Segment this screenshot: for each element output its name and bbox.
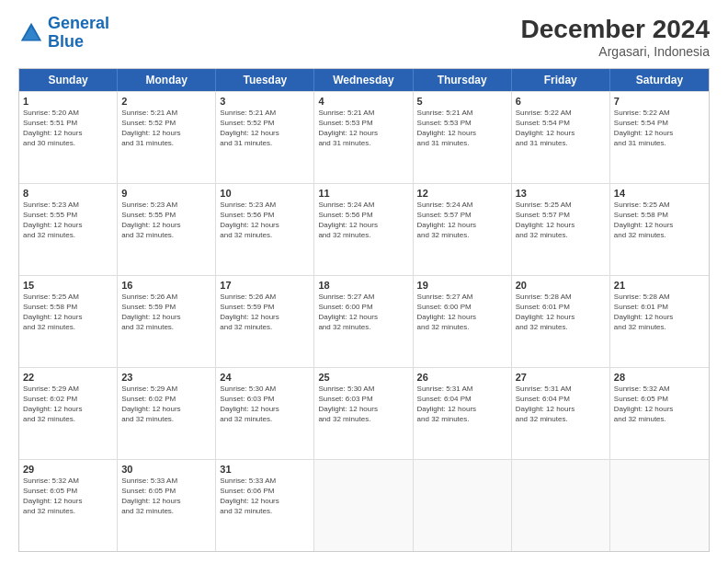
cell-info-19: Sunrise: 5:27 AMSunset: 6:00 PMDaylight:… xyxy=(417,293,507,332)
cell-info-22: Sunrise: 5:29 AMSunset: 6:02 PMDaylight:… xyxy=(23,385,113,424)
cell-info-15: Sunrise: 5:25 AMSunset: 5:58 PMDaylight:… xyxy=(23,293,113,332)
cell-info-20: Sunrise: 5:28 AMSunset: 6:01 PMDaylight:… xyxy=(516,293,606,332)
cell-empty-3 xyxy=(512,460,610,551)
day-num-16: 16 xyxy=(121,279,211,292)
cell-9: 9 Sunrise: 5:23 AMSunset: 5:55 PMDayligh… xyxy=(118,184,216,275)
cell-21: 21 Sunrise: 5:28 AMSunset: 6:01 PMDaylig… xyxy=(610,276,709,367)
day-num-6: 6 xyxy=(516,95,606,108)
cell-6: 6 Sunrise: 5:22 AMSunset: 5:54 PMDayligh… xyxy=(512,92,610,183)
cell-18: 18 Sunrise: 5:27 AMSunset: 6:00 PMDaylig… xyxy=(314,276,413,367)
cell-empty-2 xyxy=(414,460,512,551)
cell-info-26: Sunrise: 5:31 AMSunset: 6:04 PMDaylight:… xyxy=(417,385,507,424)
day-num-10: 10 xyxy=(220,187,310,200)
cell-info-18: Sunrise: 5:27 AMSunset: 6:00 PMDaylight:… xyxy=(318,293,408,332)
cell-3: 3 Sunrise: 5:21 AMSunset: 5:52 PMDayligh… xyxy=(216,92,314,183)
cell-22: 22 Sunrise: 5:29 AMSunset: 6:02 PMDaylig… xyxy=(19,368,118,459)
week-1: 1 Sunrise: 5:20 AMSunset: 5:51 PMDayligh… xyxy=(19,91,709,183)
cell-20: 20 Sunrise: 5:28 AMSunset: 6:01 PMDaylig… xyxy=(512,276,610,367)
day-num-25: 25 xyxy=(318,371,408,384)
day-num-26: 26 xyxy=(417,371,507,384)
subtitle: Argasari, Indonesia xyxy=(521,44,710,59)
day-num-18: 18 xyxy=(318,279,408,292)
day-num-2: 2 xyxy=(121,95,211,108)
header-friday: Friday xyxy=(512,69,610,91)
cell-2: 2 Sunrise: 5:21 AMSunset: 5:52 PMDayligh… xyxy=(118,92,216,183)
day-num-30: 30 xyxy=(121,463,211,476)
calendar: Sunday Monday Tuesday Wednesday Thursday… xyxy=(18,68,710,552)
cell-info-2: Sunrise: 5:21 AMSunset: 5:52 PMDaylight:… xyxy=(121,109,211,148)
cell-info-29: Sunrise: 5:32 AMSunset: 6:05 PMDaylight:… xyxy=(23,477,113,516)
cell-27: 27 Sunrise: 5:31 AMSunset: 6:04 PMDaylig… xyxy=(512,368,610,459)
header-sunday: Sunday xyxy=(19,69,118,91)
cell-14: 14 Sunrise: 5:25 AMSunset: 5:58 PMDaylig… xyxy=(610,184,709,275)
calendar-body: 1 Sunrise: 5:20 AMSunset: 5:51 PMDayligh… xyxy=(19,91,709,551)
cell-info-25: Sunrise: 5:30 AMSunset: 6:03 PMDaylight:… xyxy=(318,385,408,424)
cell-info-5: Sunrise: 5:21 AMSunset: 5:53 PMDaylight:… xyxy=(417,109,507,148)
cell-26: 26 Sunrise: 5:31 AMSunset: 6:04 PMDaylig… xyxy=(414,368,512,459)
cell-7: 7 Sunrise: 5:22 AMSunset: 5:54 PMDayligh… xyxy=(610,92,709,183)
cell-info-6: Sunrise: 5:22 AMSunset: 5:54 PMDaylight:… xyxy=(516,109,606,148)
cell-13: 13 Sunrise: 5:25 AMSunset: 5:57 PMDaylig… xyxy=(512,184,610,275)
cell-info-4: Sunrise: 5:21 AMSunset: 5:53 PMDaylight:… xyxy=(318,109,408,148)
header-wednesday: Wednesday xyxy=(314,69,413,91)
cell-11: 11 Sunrise: 5:24 AMSunset: 5:56 PMDaylig… xyxy=(314,184,413,275)
day-num-4: 4 xyxy=(318,95,408,108)
day-num-22: 22 xyxy=(23,371,113,384)
day-num-28: 28 xyxy=(614,371,705,384)
cell-1: 1 Sunrise: 5:20 AMSunset: 5:51 PMDayligh… xyxy=(19,92,118,183)
day-num-27: 27 xyxy=(516,371,606,384)
cell-info-3: Sunrise: 5:21 AMSunset: 5:52 PMDaylight:… xyxy=(220,109,310,148)
week-2: 8 Sunrise: 5:23 AMSunset: 5:55 PMDayligh… xyxy=(19,183,709,275)
day-num-19: 19 xyxy=(417,279,507,292)
day-num-8: 8 xyxy=(23,187,113,200)
day-num-13: 13 xyxy=(516,187,606,200)
week-4: 22 Sunrise: 5:29 AMSunset: 6:02 PMDaylig… xyxy=(19,367,709,459)
cell-info-10: Sunrise: 5:23 AMSunset: 5:56 PMDaylight:… xyxy=(220,201,310,240)
main-title: December 2024 xyxy=(521,15,710,44)
day-num-11: 11 xyxy=(318,187,408,200)
day-num-3: 3 xyxy=(220,95,310,108)
day-num-29: 29 xyxy=(23,463,113,476)
header-monday: Monday xyxy=(118,69,216,91)
cell-empty-1 xyxy=(314,460,413,551)
calendar-header: Sunday Monday Tuesday Wednesday Thursday… xyxy=(19,69,709,91)
cell-info-13: Sunrise: 5:25 AMSunset: 5:57 PMDaylight:… xyxy=(516,201,606,240)
cell-info-21: Sunrise: 5:28 AMSunset: 6:01 PMDaylight:… xyxy=(614,293,705,332)
cell-info-7: Sunrise: 5:22 AMSunset: 5:54 PMDaylight:… xyxy=(614,109,705,148)
cell-empty-4 xyxy=(610,460,709,551)
cell-info-16: Sunrise: 5:26 AMSunset: 5:59 PMDaylight:… xyxy=(121,293,211,332)
cell-info-8: Sunrise: 5:23 AMSunset: 5:55 PMDaylight:… xyxy=(23,201,113,240)
cell-17: 17 Sunrise: 5:26 AMSunset: 5:59 PMDaylig… xyxy=(216,276,314,367)
cell-info-1: Sunrise: 5:20 AMSunset: 5:51 PMDaylight:… xyxy=(23,109,113,148)
cell-30: 30 Sunrise: 5:33 AMSunset: 6:05 PMDaylig… xyxy=(118,460,216,551)
cell-24: 24 Sunrise: 5:30 AMSunset: 6:03 PMDaylig… xyxy=(216,368,314,459)
title-block: December 2024 Argasari, Indonesia xyxy=(521,15,710,59)
cell-8: 8 Sunrise: 5:23 AMSunset: 5:55 PMDayligh… xyxy=(19,184,118,275)
cell-31: 31 Sunrise: 5:33 AMSunset: 6:06 PMDaylig… xyxy=(216,460,314,551)
cell-info-12: Sunrise: 5:24 AMSunset: 5:57 PMDaylight:… xyxy=(417,201,507,240)
header-saturday: Saturday xyxy=(610,69,709,91)
header: General Blue December 2024 Argasari, Ind… xyxy=(18,15,710,59)
cell-info-9: Sunrise: 5:23 AMSunset: 5:55 PMDaylight:… xyxy=(121,201,211,240)
cell-info-23: Sunrise: 5:29 AMSunset: 6:02 PMDaylight:… xyxy=(121,385,211,424)
day-num-31: 31 xyxy=(220,463,310,476)
cell-4: 4 Sunrise: 5:21 AMSunset: 5:53 PMDayligh… xyxy=(314,92,413,183)
day-num-17: 17 xyxy=(220,279,310,292)
day-num-20: 20 xyxy=(516,279,606,292)
day-num-23: 23 xyxy=(121,371,211,384)
day-num-15: 15 xyxy=(23,279,113,292)
cell-23: 23 Sunrise: 5:29 AMSunset: 6:02 PMDaylig… xyxy=(118,368,216,459)
cell-info-17: Sunrise: 5:26 AMSunset: 5:59 PMDaylight:… xyxy=(220,293,310,332)
cell-5: 5 Sunrise: 5:21 AMSunset: 5:53 PMDayligh… xyxy=(414,92,512,183)
logo-text: General Blue xyxy=(48,15,109,52)
day-num-21: 21 xyxy=(614,279,705,292)
cell-16: 16 Sunrise: 5:26 AMSunset: 5:59 PMDaylig… xyxy=(118,276,216,367)
day-num-24: 24 xyxy=(220,371,310,384)
cell-info-11: Sunrise: 5:24 AMSunset: 5:56 PMDaylight:… xyxy=(318,201,408,240)
day-num-9: 9 xyxy=(121,187,211,200)
day-num-14: 14 xyxy=(614,187,705,200)
cell-12: 12 Sunrise: 5:24 AMSunset: 5:57 PMDaylig… xyxy=(414,184,512,275)
day-num-1: 1 xyxy=(23,95,113,108)
cell-25: 25 Sunrise: 5:30 AMSunset: 6:03 PMDaylig… xyxy=(314,368,413,459)
cell-28: 28 Sunrise: 5:32 AMSunset: 6:05 PMDaylig… xyxy=(610,368,709,459)
